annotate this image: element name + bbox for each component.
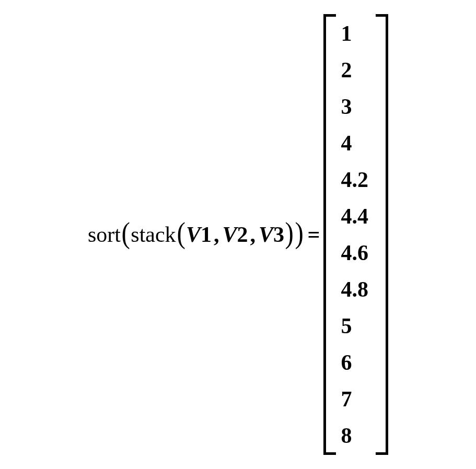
arg-3: V3: [259, 222, 284, 247]
vector-entry: 4.4: [341, 205, 369, 227]
vector-entry: 6: [341, 351, 369, 373]
vector-entry: 5: [341, 315, 369, 337]
equals-sign: =: [305, 222, 323, 247]
arg-2-sub: 2: [237, 222, 248, 247]
vector-entry: 4: [341, 132, 369, 154]
math-equation: sort ( stack ( V1 , V2 , V3 ) ) = 1 2 3 …: [88, 14, 388, 455]
vector-entry: 2: [341, 59, 369, 81]
comma-1: ,: [212, 222, 223, 247]
arg-1: V1: [186, 222, 212, 247]
lhs: sort ( stack ( V1 , V2 , V3 ) ) =: [88, 222, 323, 247]
vector-entry: 4.8: [341, 278, 369, 300]
result-vector: 1 2 3 4 4.2 4.4 4.6 4.8 5 6 7 8: [323, 14, 389, 455]
comma-2: ,: [248, 222, 259, 247]
bracket-right: [376, 14, 388, 455]
arg-2-var: V: [222, 222, 237, 247]
vector-entry: 7: [341, 388, 369, 410]
vector-entry: 3: [341, 96, 369, 118]
arg-1-var: V: [186, 222, 201, 247]
arg-3-sub: 3: [273, 222, 284, 247]
vector-entry: 4.2: [341, 169, 369, 191]
vector-values: 1 2 3 4 4.2 4.4 4.6 4.8 5 6 7 8: [336, 14, 376, 455]
bracket-left: [323, 14, 336, 455]
inner-func: stack: [131, 222, 176, 247]
arg-3-var: V: [259, 222, 273, 247]
vector-entry: 8: [341, 425, 369, 447]
vector-entry: 4.6: [341, 242, 369, 264]
arg-2: V2: [222, 222, 248, 247]
vector-entry: 1: [341, 22, 369, 44]
arg-1-sub: 1: [201, 222, 212, 247]
outer-func: sort: [88, 222, 121, 247]
